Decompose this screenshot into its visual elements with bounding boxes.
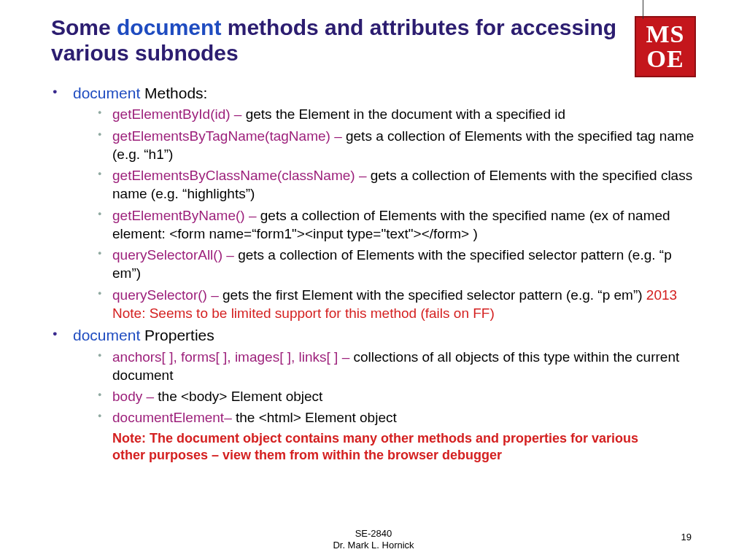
section-label: Properties (140, 327, 214, 343)
list-item: documentElement– the <html> Element obje… (73, 408, 696, 427)
bottom-note: Note: The document object contains many … (112, 430, 652, 464)
methods-sublist: getElementById(id) – gets the Element in… (73, 105, 696, 322)
property-code: anchors[ ], forms[ ], images[ ], links[ … (112, 349, 354, 365)
logo-line2: OE (646, 47, 684, 71)
list-item: querySelectorAll() – gets a collection o… (73, 246, 696, 283)
list-item: querySelector() – gets the first Element… (73, 286, 696, 323)
method-desc: gets the Element in the document with a … (246, 106, 565, 122)
method-code: querySelector() – (112, 287, 222, 303)
section-properties: document Properties anchors[ ], forms[ ]… (51, 325, 696, 427)
method-code: getElementsByClassName(className) – (112, 168, 371, 183)
content-list: document Methods: getElementById(id) – g… (51, 83, 696, 427)
section-label: Methods: (140, 85, 207, 101)
method-desc: gets the first Element with the specifie… (222, 287, 646, 303)
page-number: 19 (681, 532, 692, 542)
list-item: getElementsByTagName(tagName) – gets a c… (73, 127, 696, 164)
slide: Some document methods and attributes for… (0, 0, 747, 560)
footer-author: Dr. Mark L. Hornick (0, 540, 747, 551)
footer: SE-2840 Dr. Mark L. Hornick (0, 528, 747, 552)
section-keyword: document (73, 327, 140, 343)
method-code: getElementByName() – (112, 208, 260, 223)
decorative-tick (643, 0, 643, 19)
method-code: getElementById(id) – (112, 106, 246, 122)
property-desc: the <html> Element object (236, 410, 397, 425)
list-item: getElementById(id) – gets the Element in… (73, 105, 696, 123)
properties-sublist: anchors[ ], forms[ ], images[ ], links[ … (73, 348, 696, 427)
method-code: querySelectorAll() – (112, 247, 238, 262)
section-methods: document Methods: getElementById(id) – g… (51, 83, 696, 322)
list-item: anchors[ ], forms[ ], images[ ], links[ … (73, 348, 696, 385)
title-pre: Some (51, 15, 117, 39)
list-item: getElementsByClassName(className) – gets… (73, 166, 696, 203)
title-row: Some document methods and attributes for… (51, 15, 696, 77)
logo-line1: MS (646, 22, 685, 47)
footer-course: SE-2840 (0, 528, 747, 540)
msoe-logo: MS OE (635, 16, 696, 77)
property-code: documentElement– (112, 410, 236, 425)
method-code: getElementsByTagName(tagName) – (112, 128, 346, 144)
list-item: body – the <body> Element object (73, 387, 696, 405)
property-code: body – (112, 389, 158, 404)
slide-title: Some document methods and attributes for… (51, 15, 632, 66)
section-keyword: document (73, 85, 140, 101)
property-desc: the <body> Element object (158, 389, 322, 404)
list-item: getElementByName() – gets a collection o… (73, 206, 696, 244)
title-keyword: document (117, 15, 221, 39)
